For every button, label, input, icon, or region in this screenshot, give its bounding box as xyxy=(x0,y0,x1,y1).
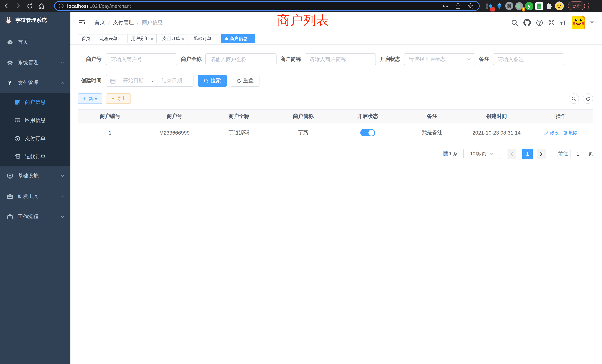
tab-home[interactable]: 首页 xyxy=(78,34,94,43)
app-header: 首页 / 支付管理 / 商户信息 商户列表 TT xyxy=(70,12,602,33)
profile-avatar-emoji-icon[interactable] xyxy=(554,1,564,11)
search-icon[interactable] xyxy=(511,19,518,26)
sidebar-item-system[interactable]: 系统管理 xyxy=(0,52,70,73)
sidebar: 芋道管理系统 首页 系统管理 ¥ 支付管理 xyxy=(0,12,70,364)
status-label: 开启状态 xyxy=(380,56,404,63)
cell-actions: 修改 删除 xyxy=(529,129,593,136)
status-toggle[interactable] xyxy=(360,129,375,136)
shop-icon xyxy=(14,99,20,105)
close-icon[interactable]: × xyxy=(249,36,252,41)
close-icon[interactable]: × xyxy=(213,36,216,41)
breadcrumb: 首页 / 支付管理 / 商户信息 xyxy=(95,19,163,26)
create-time-range-picker[interactable]: 开始日期 - 结束日期 xyxy=(106,75,194,87)
cell-merchant-no: M233666999 xyxy=(142,130,207,136)
col-actions: 操作 xyxy=(529,113,593,120)
edit-link[interactable]: 修改 xyxy=(544,129,559,136)
page-number-1[interactable]: 1 xyxy=(522,149,533,159)
toolbox-icon xyxy=(7,193,13,199)
extensions-puzzle-icon[interactable] xyxy=(544,1,554,11)
github-icon[interactable] xyxy=(523,19,531,26)
sidebar-item-app-info[interactable]: 应用信息 xyxy=(0,111,70,129)
breadcrumb-home[interactable]: 首页 xyxy=(95,19,105,26)
sidebar-item-merchant-info[interactable]: 商户信息 xyxy=(0,93,70,111)
delete-link[interactable]: 删除 xyxy=(563,129,578,136)
sidebar-item-payment[interactable]: ¥ 支付管理 xyxy=(0,73,70,93)
user-avatar[interactable] xyxy=(572,16,585,29)
tab-merchant-info[interactable]: 商户信息 × xyxy=(221,34,256,43)
merchant-name-input[interactable] xyxy=(205,53,277,65)
sidebar-item-home[interactable]: 首页 xyxy=(0,32,70,52)
export-button[interactable]: 导出 xyxy=(106,93,131,104)
reload-icon xyxy=(26,3,33,9)
help-icon[interactable] xyxy=(536,19,543,26)
extension-command-icon[interactable]: ⌘ xyxy=(504,1,514,11)
extension-timer-icon[interactable]: 1 xyxy=(514,1,524,11)
cell-full-name: 芋道源码 xyxy=(207,129,271,136)
reset-button[interactable]: 重置 xyxy=(231,75,259,87)
extension-gem-icon[interactable] xyxy=(494,1,504,11)
sidebar-item-infrastructure[interactable]: 基础设施 xyxy=(0,166,70,186)
breadcrumb-current: 商户信息 xyxy=(142,19,163,26)
share-icon[interactable] xyxy=(455,3,461,9)
sidebar-item-label: 支付订单 xyxy=(25,135,46,142)
col-short-name: 商户简称 xyxy=(271,113,336,120)
search-icon xyxy=(204,78,209,83)
yen-circle-icon xyxy=(14,136,20,141)
status-select[interactable]: 请选择开启状态 xyxy=(404,53,475,65)
toggle-knob xyxy=(368,130,374,136)
sidebar-item-label: 首页 xyxy=(18,39,64,45)
sidebar-item-pay-order[interactable]: 支付订单 xyxy=(0,129,70,148)
search-button[interactable]: 搜索 xyxy=(198,75,227,87)
monitor-icon xyxy=(7,173,13,179)
browser-update-button[interactable]: 更新 xyxy=(568,1,585,10)
password-key-icon[interactable] xyxy=(443,3,449,9)
sidebar-item-label: 基础设施 xyxy=(18,172,60,179)
col-create-time: 创建时间 xyxy=(464,113,529,120)
sidebar-item-dev-tools[interactable]: 研发工具 xyxy=(0,186,70,206)
page-size-select[interactable]: 10条/页 xyxy=(463,149,500,159)
tab-process-form[interactable]: 流程表单 × xyxy=(96,34,126,43)
close-icon[interactable]: × xyxy=(151,36,153,41)
sidebar-item-refund-order[interactable]: 退款订单 xyxy=(0,148,70,166)
close-icon[interactable]: × xyxy=(182,36,184,41)
breadcrumb-payment[interactable]: 支付管理 xyxy=(113,19,134,26)
fullscreen-icon[interactable] xyxy=(548,19,555,26)
merchant-short-name-input[interactable] xyxy=(305,53,376,65)
tab-label: 用户分组 xyxy=(131,36,149,42)
cell-short-name: 芋艿 xyxy=(271,129,336,136)
refresh-table-button[interactable] xyxy=(583,93,593,104)
date-range-separator: - xyxy=(151,78,154,84)
screenshot-stage: localhost:1024/pay/merchant 10 ⌘ xyxy=(0,0,602,364)
next-page-button[interactable] xyxy=(537,149,546,159)
browser-forward-button[interactable] xyxy=(13,1,23,11)
extension-sidebar-icon[interactable]: 10 xyxy=(484,1,494,11)
sidebar-collapse-icon[interactable] xyxy=(79,20,85,25)
site-info-icon[interactable] xyxy=(59,3,64,9)
user-menu-caret-icon[interactable] xyxy=(590,21,594,24)
font-size-icon[interactable]: TT xyxy=(560,20,566,25)
address-bar[interactable]: localhost:1024/pay/merchant xyxy=(54,1,480,11)
tab-user-group[interactable]: 用户分组 × xyxy=(127,34,157,43)
extension-y-icon[interactable]: y xyxy=(524,1,534,11)
tab-refund-order[interactable]: 退款订单 × xyxy=(190,34,219,43)
toggle-search-button[interactable] xyxy=(569,93,579,104)
remark-input[interactable] xyxy=(493,53,564,65)
add-button[interactable]: 新增 xyxy=(78,93,102,104)
browser-back-button[interactable] xyxy=(2,1,11,11)
browser-reload-button[interactable] xyxy=(25,1,34,11)
close-icon[interactable]: × xyxy=(119,36,122,41)
chevron-down-icon xyxy=(60,195,64,198)
tab-pay-order[interactable]: 支付订单 × xyxy=(159,34,188,43)
filter-row-1: 商户号 商户全称 商户简称 开启状态 请选择开启状态 备注 xyxy=(78,53,593,65)
browser-menu-icon[interactable] xyxy=(588,3,589,9)
browser-home-button[interactable] xyxy=(36,1,46,11)
extension-sheet-icon[interactable] xyxy=(534,1,544,11)
prev-page-button[interactable] xyxy=(507,149,516,159)
bookmark-star-icon[interactable] xyxy=(467,3,474,9)
add-button-label: 新增 xyxy=(89,96,97,102)
goto-page-input[interactable] xyxy=(570,149,585,159)
chevron-down-icon xyxy=(467,58,471,61)
table-header-row: 商户编号 商户号 商户全称 商户简称 开启状态 备注 创建时间 操作 xyxy=(78,110,593,123)
sidebar-item-workflow[interactable]: 工作流程 xyxy=(0,206,70,227)
merchant-no-input[interactable] xyxy=(106,53,177,65)
